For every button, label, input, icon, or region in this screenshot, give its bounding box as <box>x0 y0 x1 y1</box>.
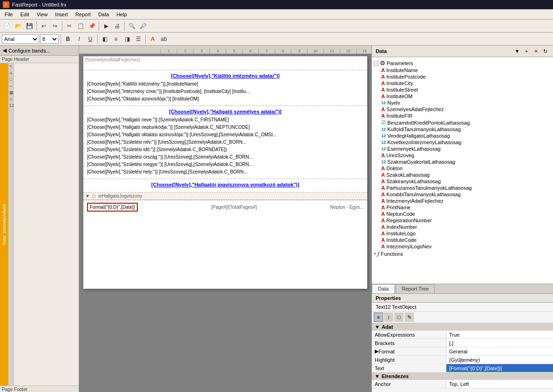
tree-item-institutestreet[interactable]: A InstituteStreet <box>372 86 553 93</box>
tree-item-institutelogo[interactable]: A InstituteLogo <box>372 230 553 237</box>
menu-file[interactable]: File <box>2 11 16 18</box>
tree-item-kulfolditan[interactable]: 12 KulfoldiTanulmanyokLathasosag <box>372 126 553 133</box>
tree-item-registration[interactable]: A RegistrationNumber <box>372 217 553 224</box>
data-action-btn[interactable]: ▼ <box>513 47 521 55</box>
bold-button[interactable]: B <box>63 34 73 44</box>
tree-item-esemenyek[interactable]: 12 EsemenyekLathasosag <box>372 146 553 152</box>
tool-line[interactable]: ─ <box>8 83 13 89</box>
italic-button[interactable]: I <box>74 34 84 44</box>
prop-val-anchor[interactable]: Top, Left <box>446 380 553 388</box>
highlight-button[interactable]: ab <box>159 34 169 44</box>
tree-functions-root[interactable]: + 𝑓 Functions <box>372 250 553 258</box>
left-panel: ◀ Configure bands... Page Header Data: S… <box>0 46 79 392</box>
prop-val-allowexpressions[interactable]: True <box>446 331 553 339</box>
align-center-button[interactable]: ≡ <box>111 34 121 44</box>
footer-date-text[interactable]: Format("{0:D}",[Date]) <box>87 203 138 212</box>
tree-item-neptuncode[interactable]: A NeptunCode <box>372 211 553 217</box>
tree-icon-12: 12 <box>381 133 386 138</box>
tree-item-ures[interactable]: A UresSzoveg <box>372 152 553 159</box>
tool-barcode[interactable]: ▦ <box>8 89 13 96</box>
tree-item-institutecode[interactable]: A InstituteCode <box>372 237 553 243</box>
tree-item-institutefir[interactable]: A InstituteFIR <box>372 113 553 119</box>
props-alpha-btn[interactable]: ↕ <box>384 312 393 322</box>
props-sort-btn[interactable]: ≡ <box>374 312 383 322</box>
tool-pointer[interactable]: ↖ <box>8 63 13 70</box>
configure-bands-header[interactable]: ◀ Configure bands... <box>0 46 79 56</box>
zoom-in-button[interactable]: 🔍 <box>127 21 137 31</box>
font-color-button[interactable]: A <box>148 34 158 44</box>
zoom-out-button[interactable]: 🔎 <box>138 21 148 31</box>
canvas-area[interactable]: 1 2 3 4 5 6 7 8 9 10 11 12 13 14 15 16 <box>79 46 371 392</box>
tree-item-szakmai[interactable]: 12 SzakmaiGyakorlatLathasosag <box>372 159 553 165</box>
tree-item-nyelv[interactable]: 12 Nyelv <box>372 100 553 106</box>
tree-item-szemelyesadatfejlechez[interactable]: A SzemelyesAdatFejlechez <box>372 106 553 113</box>
save-button[interactable]: 💾 <box>24 21 34 31</box>
menu-insert[interactable]: Insert <box>52 11 71 18</box>
prop-val-brackets[interactable]: [,] <box>446 339 553 347</box>
data-add-btn[interactable]: + <box>522 47 531 55</box>
tool-text[interactable]: A <box>8 70 13 76</box>
tree-item-beszamitott[interactable]: ☑ BeszamitottKreditPontokLathasosag <box>372 119 553 126</box>
paste-button[interactable]: 📌 <box>87 21 97 31</box>
ruler-13: 13 <box>356 49 371 53</box>
data-tree[interactable]: - ⚙ Parameters A InstituteName A Institu… <box>372 57 553 284</box>
tool-12[interactable]: 12 <box>8 102 13 109</box>
prop-val-highlight[interactable]: (Gyűjtemény) <box>446 356 553 364</box>
open-button[interactable]: 📂 <box>13 21 23 31</box>
tree-icon-a: A <box>381 192 385 197</box>
copy-button[interactable]: 📋 <box>75 21 86 31</box>
tree-item-korabbi[interactable]: A KorabbiTanulmanyokLathasosag <box>372 191 553 198</box>
props-edit-btn[interactable]: ✎ <box>405 312 414 322</box>
prop-val-text[interactable]: [Format("{0:D}",[Date])] <box>446 364 553 372</box>
tool-image[interactable]: □ <box>8 76 13 83</box>
font-size-select[interactable]: 8 <box>40 34 59 44</box>
props-view-btn[interactable]: □ <box>394 312 404 322</box>
redo-button[interactable]: ↪ <box>50 21 60 31</box>
tree-item-intezmenyilogonev[interactable]: A IntezmenyiLogoNev <box>372 243 553 250</box>
menu-view[interactable]: View <box>34 11 51 18</box>
tree-item-institutepostcode[interactable]: A InstitutePostcode <box>372 73 553 80</box>
menu-report[interactable]: Report <box>73 11 94 18</box>
section3-title[interactable]: [Choose([Nyelv],"Hallgatói jogviszonyra … <box>87 182 364 187</box>
cut-button[interactable]: ✂ <box>64 21 74 31</box>
props-section-adat[interactable]: ▼ Adat <box>372 323 553 331</box>
tree-item-institutename[interactable]: A InstituteName <box>372 67 553 73</box>
tree-plus-icon: + <box>374 252 376 256</box>
new-button[interactable]: 📄 <box>2 21 12 31</box>
menu-help[interactable]: Help <box>114 11 130 18</box>
tree-item-kovetkezo[interactable]: 12 KovetkezoIntezmenyLathasosag <box>372 139 553 146</box>
undo-button[interactable]: ↩ <box>39 21 49 31</box>
tool-shape[interactable]: ◇ <box>8 96 13 102</box>
align-justify-button[interactable]: ☰ <box>133 34 143 44</box>
align-right-button[interactable]: ◨ <box>122 34 132 44</box>
tree-item-institutenom[interactable]: A InstituteOM <box>372 93 553 100</box>
section2-title[interactable]: [Choose([Nyelv],"Hallgató személyes adat… <box>87 109 364 114</box>
data-refresh-btn[interactable]: ↻ <box>541 47 549 55</box>
tree-item-indexnumber[interactable]: A IndexNumber <box>372 224 553 230</box>
font-name-select[interactable]: Arial <box>2 34 39 44</box>
print-button[interactable]: 🖨 <box>112 21 122 31</box>
align-left-button[interactable]: ◧ <box>100 34 110 44</box>
section1-title[interactable]: [Choose([Nyelv],"Kiállító intézmény adat… <box>87 73 364 79</box>
tree-item-szakiranyok[interactable]: A SzakiranyokLathasosag <box>372 178 553 185</box>
tab-report-tree[interactable]: Report Tree <box>396 284 435 293</box>
format-expand-icon: ▶ <box>375 348 378 354</box>
menu-edit[interactable]: Edit <box>18 11 32 18</box>
data-delete-btn[interactable]: ✕ <box>532 47 540 55</box>
tree-expand-icon[interactable]: - <box>374 61 378 66</box>
preview-button[interactable]: ▶ <box>101 21 111 31</box>
prop-val-format[interactable]: General <box>446 347 553 355</box>
tree-item-printname[interactable]: A PrintName <box>372 204 553 211</box>
tab-data[interactable]: Data <box>372 284 395 293</box>
ruler-3: 3 <box>193 49 209 53</box>
props-section-elrendezes[interactable]: ▼ Elrendezes <box>372 372 553 380</box>
tree-parameters-root[interactable]: - ⚙ Parameters <box>372 59 553 67</box>
tree-item-szakok[interactable]: A SzakokLathasosag <box>372 172 553 178</box>
tree-item-vendeg[interactable]: 12 VendegHallgatoLathasosag <box>372 133 553 139</box>
tree-item-doktori[interactable]: A Doktori <box>372 165 553 172</box>
tree-item-parhuzamos[interactable]: A ParhuzamosTanulmanyokLathasosag <box>372 185 553 191</box>
underline-button[interactable]: U <box>85 34 95 44</box>
tree-item-institutecity[interactable]: A InstituteCity <box>372 80 553 86</box>
tree-item-intezmenyi[interactable]: A IntezmenyiAdatFejlechez <box>372 198 553 204</box>
menu-data[interactable]: Data <box>95 11 112 18</box>
